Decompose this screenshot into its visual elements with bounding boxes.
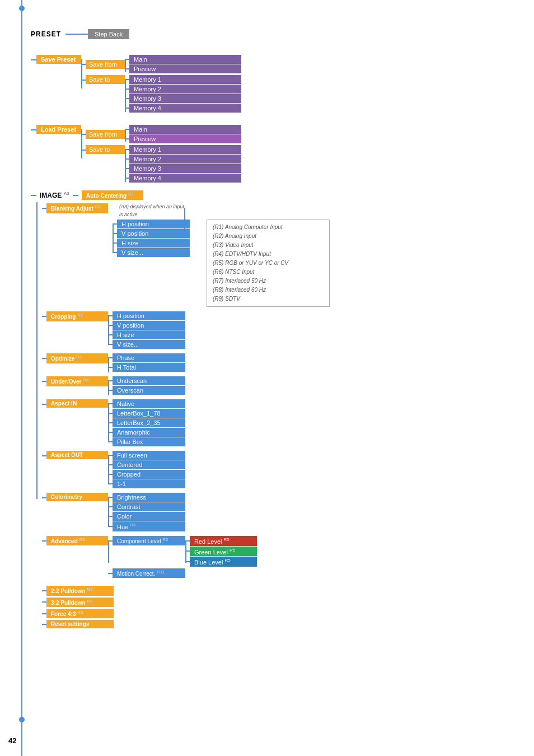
blanking-v-position[interactable]: V position bbox=[117, 229, 190, 238]
load-to-memory1[interactable]: Memory 1 bbox=[129, 145, 241, 154]
load-preset-vline bbox=[81, 129, 82, 158]
underover-overscan[interactable]: Overscan bbox=[113, 386, 185, 395]
colorimetry-color[interactable]: Color bbox=[113, 512, 185, 521]
blanking-note: (A3) displayed when an inputis active bbox=[119, 203, 184, 218]
aspectin-letterbox235[interactable]: LetterBox_2_35 bbox=[113, 418, 185, 427]
load-from-main[interactable]: Main bbox=[129, 125, 241, 134]
green-level[interactable]: Green Level R5 bbox=[190, 547, 257, 557]
motion-correct-button[interactable]: Motion Correct. R11 bbox=[113, 568, 185, 578]
aspectout-centered[interactable]: Centered bbox=[113, 460, 185, 469]
blanking-items-vline bbox=[113, 224, 114, 253]
optimize-h-total[interactable]: H Total bbox=[113, 363, 185, 372]
conn-force43 bbox=[42, 613, 46, 614]
connector-preset-stepback bbox=[65, 34, 88, 35]
image-spine bbox=[36, 202, 38, 499]
connector-save-preset bbox=[31, 59, 36, 60]
load-preset-save-to[interactable]: Save to bbox=[86, 145, 125, 154]
cropping-button[interactable]: Cropping R2 bbox=[46, 311, 108, 321]
conn-image bbox=[31, 195, 36, 196]
load-preset-button[interactable]: Load Preset bbox=[36, 125, 81, 134]
vline-lsf1 bbox=[125, 129, 126, 142]
conn-reset bbox=[42, 624, 46, 625]
cropping-h-size[interactable]: H size bbox=[113, 330, 185, 339]
note-r6: (R6) NTSC Input bbox=[213, 268, 324, 277]
step-back-button[interactable]: Step Back bbox=[88, 29, 129, 39]
aspectin-items-vline bbox=[108, 404, 109, 441]
advanced-button[interactable]: Advanced R2 bbox=[46, 536, 108, 545]
blue-level[interactable]: Blue Level R5 bbox=[190, 557, 257, 567]
save-preset-button[interactable]: Save Preset bbox=[36, 55, 81, 64]
note-r5: (R5) RGB or YUV or YC or CV bbox=[213, 259, 324, 268]
load-to-memory2[interactable]: Memory 2 bbox=[129, 155, 241, 164]
aspectin-anamorphic[interactable]: Anamorphic bbox=[113, 428, 185, 437]
load-preset-save-from[interactable]: Save from bbox=[86, 130, 125, 139]
image-sup: A3 bbox=[64, 191, 69, 196]
blanking-note-text: (A3) displayed when an inputis active bbox=[119, 204, 184, 217]
optimize-button[interactable]: Optimize R1 bbox=[46, 353, 108, 363]
underover-items-vline bbox=[108, 381, 109, 395]
image-section: IMAGE A3 Auto Centering R1 Blanking Adju… bbox=[31, 190, 330, 628]
conn-pulldown32 bbox=[42, 601, 46, 603]
aspectout-cropped[interactable]: Cropped bbox=[113, 470, 185, 479]
page-number: 42 bbox=[8, 736, 16, 745]
red-level[interactable]: Red Level R5 bbox=[190, 536, 257, 546]
conn-adv2 bbox=[108, 573, 113, 574]
blanking-h-size[interactable]: H size bbox=[117, 239, 190, 248]
colorimetry-items-vline bbox=[108, 497, 109, 526]
underover-button[interactable]: Under/Over R3 bbox=[46, 376, 108, 386]
blanking-adjust-button[interactable]: Blanking Adjust R2 bbox=[46, 203, 108, 213]
blanking-h-position[interactable]: H position bbox=[117, 220, 190, 228]
pulldown-22-button[interactable]: 2:2 Pulldown R7 bbox=[46, 586, 114, 595]
aspect-out-button[interactable]: Aspect OUT bbox=[46, 451, 108, 459]
note-r7: (R7) Interlaced 50 Hz bbox=[213, 277, 324, 286]
load-from-preview[interactable]: Preview bbox=[129, 134, 241, 143]
save-to-memory1[interactable]: Memory 1 bbox=[129, 75, 241, 84]
aspectin-native[interactable]: Native bbox=[113, 399, 185, 408]
aspectin-letterbox178[interactable]: LetterBox_1_78 bbox=[113, 409, 185, 418]
aspectin-pillarbox[interactable]: Pillar Box bbox=[113, 437, 185, 446]
aspect-in-button[interactable]: Aspect IN bbox=[46, 399, 108, 408]
cropping-h-position[interactable]: H position bbox=[113, 311, 185, 320]
save-to-memory3[interactable]: Memory 3 bbox=[129, 94, 241, 103]
cropping-items-vline bbox=[108, 316, 109, 345]
conn-pulldown22 bbox=[42, 590, 46, 591]
save-to-memory4[interactable]: Memory 4 bbox=[129, 104, 241, 113]
aspectout-fullscreen[interactable]: Full screen bbox=[113, 451, 185, 460]
colorimetry-brightness[interactable]: Brightness bbox=[113, 493, 185, 502]
connector-load-preset bbox=[31, 129, 36, 130]
underover-underscan[interactable]: Underscan bbox=[113, 376, 185, 385]
note-r2: (R2) Analog Input bbox=[213, 232, 324, 241]
force-43-button[interactable]: Force 4:3 R9 bbox=[46, 609, 114, 618]
reset-settings-button[interactable]: Reset settings bbox=[46, 620, 114, 628]
complevel-vline bbox=[185, 540, 186, 563]
aspectout-11[interactable]: 1-1 bbox=[113, 479, 185, 488]
optimize-phase[interactable]: Phase bbox=[113, 353, 185, 362]
note-r3: (R3) Video Input bbox=[213, 241, 324, 250]
component-level-button[interactable]: Component Level R2 bbox=[113, 536, 185, 545]
note-r4: (R4) EDTV/HDTV Input bbox=[213, 250, 324, 259]
cropping-v-position[interactable]: V position bbox=[113, 321, 185, 330]
conn-advanced bbox=[42, 540, 46, 542]
note-r9: (R9) SDTV bbox=[213, 295, 324, 304]
auto-centering-button[interactable]: Auto Centering R1 bbox=[82, 190, 143, 200]
conn-underover bbox=[42, 381, 46, 382]
save-preset-vline bbox=[81, 59, 82, 88]
border-dot-top bbox=[19, 6, 25, 11]
left-border-line bbox=[21, 0, 22, 756]
colorimetry-contrast[interactable]: Contrast bbox=[113, 502, 185, 511]
note-r8: (R8) Interlaced 60 Hz bbox=[213, 286, 324, 295]
save-from-main[interactable]: Main bbox=[129, 55, 241, 64]
conn-colorimetry bbox=[42, 497, 46, 498]
save-preset-save-from[interactable]: Save from bbox=[86, 60, 125, 69]
pulldown-32-button[interactable]: 3:2 Pulldown R8 bbox=[46, 598, 114, 607]
cropping-v-size[interactable]: V size... bbox=[113, 340, 185, 349]
colorimetry-hue[interactable]: Hue R6 bbox=[113, 521, 185, 531]
load-to-memory3[interactable]: Memory 3 bbox=[129, 164, 241, 173]
save-preset-save-to[interactable]: Save to bbox=[86, 75, 125, 84]
load-to-memory4[interactable]: Memory 4 bbox=[129, 174, 241, 183]
blanking-v-size[interactable]: V size... bbox=[117, 248, 190, 257]
save-to-memory2[interactable]: Memory 2 bbox=[129, 85, 241, 94]
conn-aspectin bbox=[42, 404, 46, 405]
colorimetry-button[interactable]: Colorimetry bbox=[46, 493, 108, 501]
save-from-preview[interactable]: Preview bbox=[129, 64, 241, 73]
